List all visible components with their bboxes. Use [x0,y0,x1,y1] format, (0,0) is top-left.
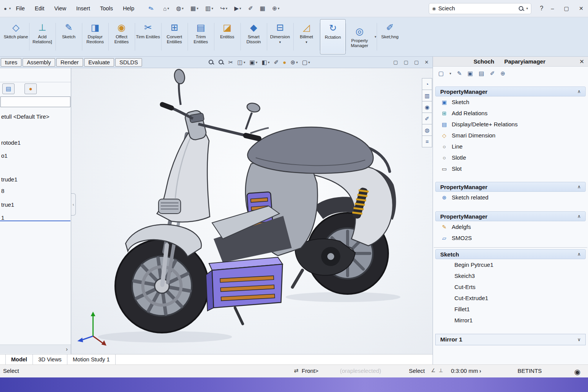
section-header[interactable]: PropertyManager ∧ [435,87,586,96]
section-header[interactable]: Sketch ∧ [435,249,586,259]
zoom-fit-icon[interactable] [208,59,214,65]
ribbon-button-trim-entities-2[interactable]: ▤Trirm Entities [188,19,214,54]
annotate-icon[interactable]: ✐ [490,70,495,77]
menu-file[interactable]: File [11,5,29,11]
tree-display-button[interactable]: ● [24,83,37,94]
ribbon-button-display-relations[interactable]: ◨Dsplayr Reotions [82,19,108,54]
scooter-model[interactable] [71,68,433,354]
app-icon[interactable]: ● [4,6,7,11]
sketch-item-begin[interactable]: Begin Pytrcue1 [435,259,586,270]
minimize-button[interactable]: – [551,5,554,11]
document-icon[interactable]: ▤ [479,70,484,77]
ribbon-button-sketch-plane[interactable]: ◇Skttch plane [3,19,29,54]
copy-icon[interactable]: ▣ [467,70,473,77]
caret-icon[interactable]: ▾ [449,72,451,75]
menu-tools[interactable]: Tools [95,5,118,11]
panel-close-icon[interactable]: ✕ [579,58,584,65]
ribbon-button-entities[interactable]: ◪Entitiss [214,19,240,54]
section-view-icon[interactable]: ✂ [228,59,233,66]
stylus-tool[interactable]: ✐ [245,5,256,12]
ribbon-button-dimension[interactable]: ⊟Dimersion▾ [267,19,293,54]
zoom-area-icon[interactable] [218,59,224,65]
chevron-up-icon[interactable]: ∧ [577,89,581,94]
edit-icon[interactable]: ✎ [457,70,462,77]
camera-tool[interactable]: ▢▾ [302,59,310,66]
tree-filter-button[interactable]: ▤ [2,83,15,94]
display-style-tool[interactable]: ▣▾ [250,59,258,66]
caret-icon[interactable]: ▾ [374,35,376,39]
sketch-item-cut-erts[interactable]: Cut-Erts [435,281,586,292]
tab-sdlds[interactable]: SDLDS [115,58,142,67]
layout-tool[interactable]: ▦▾ [188,5,201,12]
filter-icon[interactable]: ▢ [438,70,444,77]
ribbon-button-smart-dimension[interactable]: ◆Smart Dissoin [241,19,266,54]
sketch-item-sketch3[interactable]: Skeich3 [435,270,586,281]
search-box[interactable]: ◉ ▾ [429,3,531,14]
panel-item-adelgfs[interactable]: ✎Adelgfs [435,221,586,232]
status-view-orientation[interactable]: Front> [302,368,318,374]
panel-item-smo2s[interactable]: ▱SMO2S [435,232,586,243]
graphics-viewport[interactable]: ‹ ◔ ▥ ◉ ✐ ◍ ≡ [71,68,433,354]
window-tile-icon[interactable]: ▢ [414,59,419,65]
tab-assembly[interactable]: Assembly [23,58,55,67]
panel-item-slot[interactable]: ▭Slot [435,163,586,174]
side-tool-pan[interactable]: ◔ [422,78,432,90]
panel-item-sketch-related[interactable]: ⊛Sketch related [435,192,586,203]
chevron-down-icon[interactable]: ∨ [577,337,581,342]
caret-icon[interactable]: ▾ [279,41,281,44]
tree-item[interactable]: 8 [1,188,4,194]
menu-edit[interactable]: Edit [30,5,49,11]
grid-tool[interactable]: ▦ [257,5,268,12]
view-orientation-tool[interactable]: ◫▾ [237,59,245,66]
tree-item[interactable]: 1 [1,214,4,221]
menu-insert[interactable]: Insert [71,5,95,11]
redo-tool[interactable]: ↪▾ [217,5,230,12]
ribbon-button-property-manager[interactable]: ◎Property Manager ▾ [346,19,376,54]
search-caret-icon[interactable]: ▾ [526,7,528,10]
ribbon-button-fillet[interactable]: ◿Billmet▾ [294,19,319,54]
ribbon-button-rotation[interactable]: ↻Rctation [320,19,346,54]
side-tool-appearance[interactable]: ◍ [422,124,432,136]
ribbon-button-sketch[interactable]: ✎Sketch [56,19,82,54]
window-tile-icon[interactable]: ▢ [404,59,408,65]
tree-item[interactable]: true1 [1,201,14,208]
chevron-up-icon[interactable]: ∧ [577,214,581,219]
panels-tool[interactable]: ▥▾ [203,5,216,12]
chevron-up-icon[interactable]: ∧ [577,184,581,189]
tree-horizontal-scrollbar[interactable]: › [0,345,71,354]
ribbon-button-trim-entities[interactable]: ✂Tirm Enitiles [135,19,161,54]
ribbon-button-offset-entities[interactable]: ◉Offect Entities [109,19,134,54]
tree-item[interactable]: trude1 [1,176,18,183]
tab-3d-views[interactable]: 3D Views [33,354,67,364]
ribbon-button-add-relations[interactable]: ⊥Acld Relations] [29,19,55,54]
mirror1-collapsed-section[interactable]: Mirror 1 ∨ [435,334,586,345]
sketch-item-mirror1[interactable]: Mirror1 [435,315,586,326]
side-tool-section[interactable]: ▥ [422,90,432,101]
section-header[interactable]: PropertyManager ∧ [435,182,586,192]
home-tool[interactable]: ⌂▾ [160,5,172,12]
window-tile-icon[interactable]: ▢ [393,59,398,65]
ribbon-button-sketching[interactable]: ✐Sket;hng [377,19,403,54]
tab-render[interactable]: Render [56,58,83,67]
tab-evaluate[interactable]: Evaluate [84,58,114,67]
scroll-right-icon[interactable]: › [66,346,68,352]
panel-item-slotle[interactable]: ○Slotle [435,152,586,163]
scene-tool[interactable]: ⊛▾ [291,59,298,66]
select-tool[interactable]: ▶▾ [232,5,244,12]
caret-icon[interactable]: ▾ [305,41,307,44]
panel-item-line[interactable]: ○Line [435,141,586,152]
tree-item[interactable]: o1 [1,152,8,159]
tab-model[interactable]: Model [5,354,33,364]
panel-item-display-delete-relations[interactable]: ▤Display/Delete+ Relations [435,119,586,130]
tree-item[interactable]: rotode1 [1,139,21,146]
panel-item-add-relations[interactable]: ⊞Add Relations [435,108,586,119]
maximize-button[interactable]: ▢ [564,5,569,11]
side-tool-measure[interactable]: ✐ [422,113,432,124]
search-icon[interactable] [518,6,524,11]
panel-splitter-handle[interactable]: ‹ [71,193,76,216]
side-tool-rotate[interactable]: ◉ [422,101,432,113]
pin-stylus-icon[interactable]: ✎ [147,4,155,13]
status-dimension-value[interactable]: 0:3:00 mm [451,368,478,374]
ribbon-button-convert-entities[interactable]: ⊞Convert Entiilies [162,19,187,54]
model-close-icon[interactable]: ✕ [425,59,429,65]
